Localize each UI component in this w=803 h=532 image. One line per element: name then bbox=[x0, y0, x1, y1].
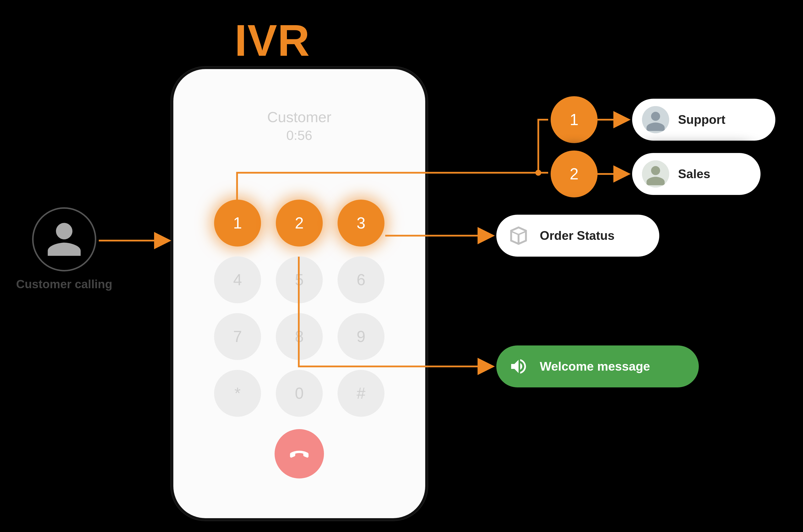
pill-welcome-message: Welcome message bbox=[496, 345, 699, 387]
customer-calling: Customer calling bbox=[10, 207, 118, 291]
pill-support-label: Support bbox=[678, 113, 726, 127]
dial-keypad: 1 2 3 4 5 6 7 8 9 * 0 # bbox=[214, 200, 384, 417]
pill-order-status: Order Status bbox=[496, 215, 659, 256]
support-agent-avatar bbox=[642, 106, 669, 133]
svg-point-3 bbox=[535, 170, 541, 176]
person-icon bbox=[642, 160, 669, 188]
key-7[interactable]: 7 bbox=[214, 313, 261, 360]
phone-frame: Customer 0:56 1 2 3 4 5 6 7 8 9 * 0 # bbox=[171, 66, 428, 521]
key-star[interactable]: * bbox=[214, 370, 261, 417]
key-1[interactable]: 1 bbox=[214, 200, 261, 247]
key-9[interactable]: 9 bbox=[337, 313, 384, 360]
key-0[interactable]: 0 bbox=[276, 370, 323, 417]
branch-option-1: 1 bbox=[551, 96, 598, 143]
key-hash[interactable]: # bbox=[337, 370, 384, 417]
key-2[interactable]: 2 bbox=[276, 200, 323, 247]
pill-welcome-label: Welcome message bbox=[540, 359, 650, 374]
pill-support: Support bbox=[632, 99, 775, 141]
call-title: Customer bbox=[267, 109, 331, 126]
key-3[interactable]: 3 bbox=[337, 200, 384, 247]
speaker-icon bbox=[506, 354, 531, 379]
sales-agent-avatar bbox=[642, 160, 669, 188]
phone-hangup-icon bbox=[287, 441, 312, 466]
pill-sales-label: Sales bbox=[678, 167, 710, 181]
call-duration: 0:56 bbox=[286, 128, 312, 143]
branch-option-2: 2 bbox=[551, 151, 598, 197]
person-icon bbox=[44, 220, 84, 259]
key-6[interactable]: 6 bbox=[337, 256, 384, 303]
key-4[interactable]: 4 bbox=[214, 256, 261, 303]
customer-label: Customer calling bbox=[16, 277, 112, 291]
diagram-title: IVR bbox=[235, 15, 310, 66]
customer-avatar-circle bbox=[32, 207, 96, 271]
hangup-button[interactable] bbox=[275, 429, 324, 478]
key-8[interactable]: 8 bbox=[276, 313, 323, 360]
pill-sales: Sales bbox=[632, 153, 761, 195]
pill-order-status-label: Order Status bbox=[540, 228, 615, 243]
person-icon bbox=[642, 106, 669, 133]
key-5[interactable]: 5 bbox=[276, 256, 323, 303]
package-icon bbox=[506, 223, 531, 248]
